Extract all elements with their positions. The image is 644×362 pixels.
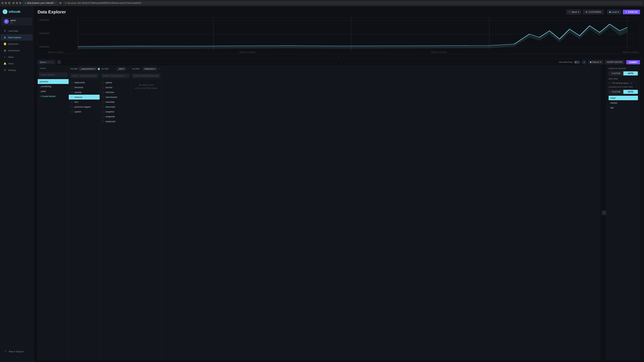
filter-measurement-panel: Filter _measurement ▾ 1 ballooninfo [69,66,100,360]
field-selector[interactable]: _field ▾ [116,67,126,71]
nodename-selector[interactable]: nodename ▾ [143,67,157,71]
search-nodename-input[interactable] [132,73,160,78]
checkbox-blockstat[interactable] [71,86,73,89]
fill-missing-info-icon[interactable]: i [630,82,632,84]
checkbox-arcsize[interactable] [102,86,104,89]
sidebar-item-alerts[interactable]: 🔔 Alerts [1,60,33,67]
sidebar-item-data-explorer[interactable]: ◈ Data Explorer [1,34,33,40]
fill-missing-checkbox[interactable] [608,82,611,84]
browser-window-controls[interactable]: − □ × [1,2,10,4]
agg-custom-btn[interactable]: CUSTOM [609,90,623,94]
sidebar: i influxdb P admin pve ⬆ Load Data ◈ Dat… [0,6,34,362]
measurement-item-cpustat[interactable]: cpustat [69,90,100,95]
checkbox-memshared[interactable] [102,96,104,98]
drag-icon: ═ [338,55,340,58]
measurement-item-blockstat[interactable]: blockstat [69,85,100,90]
window-auto-btn[interactable]: AUTO [623,71,638,75]
checkbox-swaptotal[interactable] [102,115,104,118]
filter-2-close-icon[interactable]: × [127,67,129,70]
field-item-memfree[interactable]: memfree [100,90,131,95]
back-btn[interactable]: ‹ [12,2,15,4]
checkbox-ballooninfo[interactable] [71,81,73,84]
view-raw-toggle[interactable] [574,61,580,64]
refresh-button[interactable]: ↺ [582,60,586,64]
sidebar-item-load-data[interactable]: ⬆ Load Data [1,28,33,34]
measurement-item-system[interactable]: system [69,109,100,114]
viz-type-selector[interactable]: 〰 Band ▾ [566,9,581,14]
add-query-button[interactable]: + [57,60,61,64]
bucket-item-tasks[interactable]: _tasks [38,89,68,94]
nodename-label: nodename [144,68,154,70]
filter-field-header: Filter _field ▾ × [100,66,131,72]
checkbox-swapused[interactable] [102,120,104,123]
field-item-arcsize[interactable]: arcsize [100,85,131,90]
reload-btn[interactable]: ↺ [19,2,22,4]
checkbox-memused[interactable] [102,106,104,108]
checkbox-uptime[interactable] [102,81,104,84]
bucket-item-proxmox[interactable]: proxmox [38,79,68,84]
create-bucket-button[interactable]: + Create Bucket [38,94,68,99]
add-filter-button[interactable]: + [602,211,606,215]
checkbox-cpustat[interactable] [71,91,73,93]
user-profile[interactable]: P admin pve [1,17,32,25]
aggregate-toggle[interactable]: CUSTOM AUTO [608,90,638,94]
agg-item-last[interactable]: last [608,105,638,110]
checkbox-nics[interactable] [71,101,73,103]
sidebar-collapse-btn[interactable]: ⊣ [1,355,33,360]
address-bar[interactable]: ⚠ Not secure 192.168.68.97:8086/orgs/8df… [63,1,643,5]
window-custom-btn[interactable]: CUSTOM [609,71,623,75]
measurement-item-proxmox-support[interactable]: proxmox-support [69,104,100,109]
search-measurement-input[interactable] [70,73,98,78]
submit-button[interactable]: SUBMIT [626,60,640,64]
field-item-swapused[interactable]: swapused [100,119,131,124]
agg-item-mean[interactable]: mean [608,96,638,100]
new-tab-btn[interactable]: + [59,2,62,4]
minimize-btn[interactable]: − [1,2,4,4]
panel-drag-handle[interactable]: ═ [34,54,644,59]
checkbox-memfree[interactable] [102,91,104,93]
timezone-selector[interactable]: Local ▾ [607,9,621,14]
filter-3-close-icon[interactable]: × [158,67,160,70]
forward-btn[interactable]: › [16,2,18,4]
add-query-icon: + [58,61,60,64]
sidebar-item-settings[interactable]: ⚙ Settings [1,67,33,73]
agg-item-median[interactable]: median [608,100,638,105]
app-name: influxdb [9,10,20,13]
save-as-button[interactable]: ↗ SAVE AS [623,10,640,14]
field-item-memused[interactable]: memused [100,104,131,109]
aggregate-function-title: AGGREGATE FUNCTION [608,86,638,88]
measurement-item-memory[interactable]: memory [69,95,100,99]
sidebar-item-notebooks[interactable]: 📒 Notebooks [1,41,33,47]
checkbox-proxmox-support[interactable] [71,106,73,108]
checkbox-system[interactable] [71,111,73,113]
measurement-memory-label: memory [74,96,82,98]
field-item-memshared[interactable]: memshared [100,95,131,99]
window-period-toggle[interactable]: CUSTOM AUTO [608,71,638,76]
browser-tab[interactable]: ● Data Explorer | pve | InfluxDB × [23,1,58,5]
search-field-input[interactable] [101,73,129,78]
agg-auto-btn[interactable]: AUTO [623,90,638,94]
close-btn[interactable]: × [8,2,10,4]
sidebar-item-tasks[interactable]: ✓ Tasks [1,54,33,60]
sidebar-item-dashboards[interactable]: ▦ Dashboards [1,47,33,54]
time-range-button[interactable]: Past 1h ▾ [588,60,603,64]
measurement-item-nics[interactable]: nics [69,99,100,104]
checkbox-memory[interactable] [71,96,73,98]
script-editor-button[interactable]: SCRIPT EDITOR [605,60,624,64]
sidebar-item-help[interactable]: ? Help & Support [1,348,32,355]
measurement-selector[interactable]: _measurement ▾ [78,67,96,71]
checkbox-swapfree[interactable] [102,111,104,113]
maximize-btn[interactable]: □ [5,2,7,4]
bucket-item-monitoring[interactable]: _monitoring [38,84,68,89]
field-item-uptime[interactable]: uptime [100,80,131,85]
checkbox-memtotal[interactable] [102,101,104,103]
measurement-item-ballooninfo[interactable]: ballooninfo [69,80,100,85]
search-buckets-input[interactable] [39,72,67,77]
query-tab-1[interactable]: Query 1 (0.01s) [38,60,55,64]
field-item-swaptotal[interactable]: swaptotal [100,114,131,119]
measurement-cpustat-label: cpustat [74,91,82,93]
tab-close-icon[interactable]: × [54,2,56,4]
field-item-swapfree[interactable]: swapfree [100,109,131,114]
customize-button[interactable]: ⚙ CUSTOMIZE [583,9,604,14]
field-item-memtotal[interactable]: memtotal [100,99,131,104]
